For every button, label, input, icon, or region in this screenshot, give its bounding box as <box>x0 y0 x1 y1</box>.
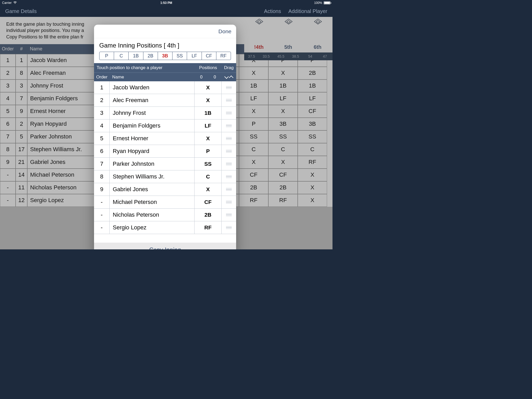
row-order: - <box>94 196 110 208</box>
segment-cf[interactable]: CF <box>202 52 216 60</box>
modal-row[interactable]: 2Alec FreemanX <box>94 94 236 107</box>
modal-row[interactable]: 9Gabriel JonesX <box>94 183 236 196</box>
row-position[interactable]: P <box>195 145 222 157</box>
nav-actions[interactable]: Actions <box>264 8 281 14</box>
cell-position[interactable]: SS <box>298 130 327 143</box>
drag-handle[interactable] <box>222 196 236 208</box>
drag-icon <box>226 226 232 229</box>
modal-row[interactable]: -Nicholas Peterson2B <box>94 209 236 221</box>
segment-c[interactable]: C <box>114 52 129 60</box>
cell-position[interactable]: X <box>239 105 268 118</box>
inning-header[interactable]: 5th <box>274 42 303 52</box>
segment-ss[interactable]: SS <box>172 52 187 60</box>
cell-order: 6 <box>0 118 16 130</box>
cell-position[interactable]: SS <box>239 130 268 143</box>
segment-3b[interactable]: 3B <box>158 52 172 60</box>
modal-row[interactable]: 6Ryan HopyardP <box>94 145 236 158</box>
row-position[interactable]: 2B <box>195 209 222 221</box>
inning-header[interactable]: !4th <box>244 42 274 52</box>
row-position[interactable]: CF <box>195 196 222 208</box>
row-position[interactable]: X <box>195 81 222 94</box>
diamond-icon[interactable] <box>244 17 274 26</box>
cell-position[interactable]: SS <box>268 130 298 143</box>
cell-position[interactable]: X <box>239 67 268 79</box>
cell-position[interactable]: P <box>239 118 268 130</box>
cell-position[interactable]: 1B <box>268 79 298 92</box>
drag-handle[interactable] <box>222 221 236 234</box>
drag-handle[interactable] <box>222 209 236 221</box>
drag-handle[interactable] <box>222 145 236 157</box>
cell-position[interactable]: 3B <box>298 118 327 130</box>
cell-order: - <box>0 194 16 207</box>
row-position[interactable]: RF <box>195 221 222 234</box>
drag-handle[interactable] <box>222 94 236 107</box>
cell-position[interactable]: LF <box>298 92 327 105</box>
cell-position[interactable]: RF <box>268 194 298 207</box>
modal-row[interactable]: 7Parker JohnstonSS <box>94 158 236 170</box>
cell-position[interactable]: 3B <box>268 118 298 130</box>
cell-position[interactable]: X <box>268 156 298 169</box>
row-order: 6 <box>94 145 110 157</box>
drag-handle[interactable] <box>222 158 236 170</box>
cell-position[interactable]: X <box>268 67 298 79</box>
drag-handle[interactable] <box>222 183 236 196</box>
cell-position[interactable]: RF <box>298 156 327 169</box>
cell-position[interactable]: X <box>239 156 268 169</box>
cell-position[interactable]: LF <box>268 92 298 105</box>
drag-handle[interactable] <box>222 81 236 94</box>
modal-row[interactable]: -Sergio LopezRF <box>94 221 236 234</box>
row-position[interactable]: X <box>195 183 222 196</box>
row-position[interactable]: X <box>195 132 222 145</box>
copy-inning-button[interactable]: Copy Inning <box>94 243 236 249</box>
segment-lf[interactable]: LF <box>187 52 202 60</box>
cell-number: 9 <box>16 105 27 118</box>
cell-position[interactable]: CF <box>298 105 327 118</box>
cell-position[interactable]: 2B <box>239 181 268 194</box>
segment-1b[interactable]: 1B <box>129 52 143 60</box>
done-button[interactable]: Done <box>218 28 231 35</box>
cell-position[interactable]: LF <box>239 92 268 105</box>
col-drag-sort[interactable] <box>222 75 236 79</box>
modal-row[interactable]: -Michael PetersonCF <box>94 196 236 209</box>
cell-position[interactable]: 1B <box>298 79 327 92</box>
row-position[interactable]: C <box>195 170 222 183</box>
drag-handle[interactable] <box>222 170 236 183</box>
row-position[interactable]: 1B <box>195 107 222 119</box>
nav-additional-player[interactable]: Additional Player <box>288 8 327 14</box>
row-position[interactable]: SS <box>195 158 222 170</box>
diamond-icon[interactable] <box>303 17 332 26</box>
cell-position[interactable]: X <box>298 181 327 194</box>
cell-position[interactable]: C <box>239 143 268 156</box>
diamond-icon[interactable] <box>274 17 303 26</box>
cell-position[interactable]: CF <box>239 169 268 181</box>
cell-position[interactable]: C <box>298 143 327 156</box>
position-segments: PC1B2B3BSSLFCFRF <box>99 52 231 60</box>
drag-handle[interactable] <box>222 107 236 119</box>
cell-position[interactable]: X <box>298 194 327 207</box>
segment-rf[interactable]: RF <box>216 52 231 60</box>
segment-p[interactable]: P <box>99 52 114 60</box>
modal-row[interactable]: 5Ernest HornerX <box>94 132 236 145</box>
modal-row[interactable]: 3Johnny Frost1B <box>94 107 236 119</box>
cell-number: 5 <box>16 130 27 143</box>
inning-header[interactable]: 6th <box>303 42 332 52</box>
cell-position[interactable]: RF <box>239 194 268 207</box>
drag-handle[interactable] <box>222 119 236 132</box>
cell-position[interactable]: CF <box>268 169 298 181</box>
cell-position[interactable]: C <box>268 143 298 156</box>
cell-position[interactable]: 1B <box>239 79 268 92</box>
col-order: Order <box>94 75 110 80</box>
cell-position[interactable]: X <box>268 105 298 118</box>
cell-position[interactable]: X <box>298 169 327 181</box>
segment-2b[interactable]: 2B <box>143 52 158 60</box>
modal-row[interactable]: 1Jacob WardenX <box>94 81 236 94</box>
modal-row[interactable]: 8Stephen Williams Jr.C <box>94 170 236 183</box>
drag-handle[interactable] <box>222 132 236 145</box>
row-position[interactable]: LF <box>195 119 222 132</box>
nav-title[interactable]: Game Details <box>5 8 37 14</box>
row-position[interactable]: X <box>195 94 222 107</box>
modal-row[interactable]: 4Benjamin FoldgersLF <box>94 119 236 132</box>
cell-position[interactable]: 2B <box>298 67 327 79</box>
cell-position[interactable]: 2B <box>268 181 298 194</box>
stat-cell: 38.5 <box>288 52 303 60</box>
